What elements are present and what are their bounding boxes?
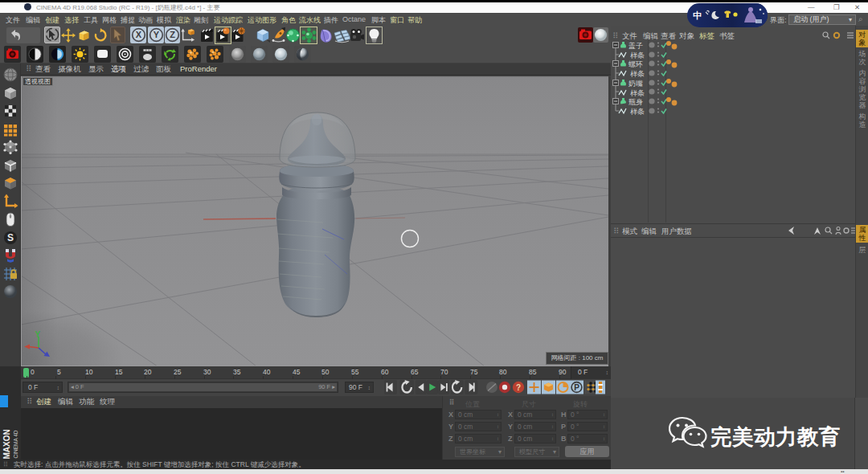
svg-text:中: 中 [693, 10, 702, 20]
svg-text:Y: Y [154, 30, 160, 39]
svg-text:Z: Z [170, 30, 175, 39]
svg-text:样条: 样条 [630, 89, 645, 97]
svg-text:P: P [574, 383, 579, 392]
svg-text:瓶身: 瓶身 [628, 98, 643, 106]
svg-text:S: S [7, 232, 14, 243]
svg-text:Y: Y [35, 330, 41, 339]
svg-text:样条: 样条 [630, 51, 645, 59]
svg-text:奶嘴: 奶嘴 [628, 80, 643, 88]
svg-text:?: ? [516, 383, 521, 392]
svg-text:样条: 样条 [630, 70, 645, 78]
svg-text:样条: 样条 [630, 108, 645, 116]
svg-text:盖子: 盖子 [628, 42, 643, 50]
svg-text:X: X [136, 30, 142, 39]
svg-text:螺环: 螺环 [628, 60, 643, 68]
